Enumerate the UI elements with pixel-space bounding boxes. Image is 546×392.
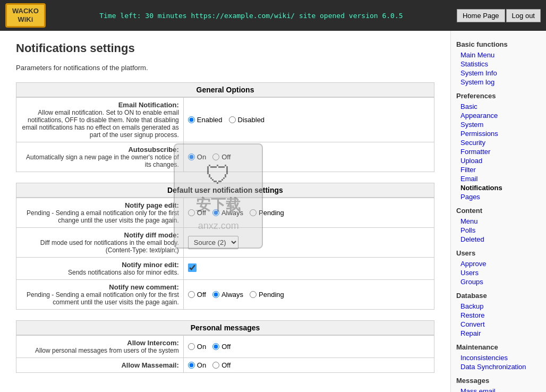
logo-line1: WACKO xyxy=(12,7,39,15)
notify-comment-off-item[interactable]: Off xyxy=(188,291,206,299)
page-description: Parameters for notifications of the plat… xyxy=(16,64,434,72)
notify-diff-mode-value: Source (2)Source (1)InlineUnified xyxy=(183,228,434,258)
massemail-off-item[interactable]: Off xyxy=(212,361,231,369)
sidebar-item-users[interactable]: Users xyxy=(456,268,541,277)
autosubscribe-off-radio[interactable] xyxy=(212,154,219,160)
notify-page-edit-radio-group: Off Always Pending xyxy=(188,209,430,217)
sidebar-basic-functions-label: Basic functions xyxy=(456,40,541,48)
enabled-radio[interactable] xyxy=(188,116,195,123)
home-page-button[interactable]: Home Page xyxy=(457,9,505,22)
notify-diff-mode-label: Notify diff mode: Diff mode used for not… xyxy=(16,228,184,258)
sidebar-item-groups[interactable]: Groups xyxy=(456,277,541,286)
notify-edit-pending-radio[interactable] xyxy=(250,209,257,216)
sidebar-item-system[interactable]: System xyxy=(456,120,541,129)
notify-minor-edit-label: Notify minor edit: Sends notifications a… xyxy=(16,258,184,280)
allow-massemail-value: On Off xyxy=(183,358,434,373)
sidebar-item-system-info[interactable]: System Info xyxy=(456,69,541,78)
sidebar-item-data-sync[interactable]: Data Synchronization xyxy=(456,362,541,371)
sidebar-item-upload[interactable]: Upload xyxy=(456,156,541,165)
sidebar-item-mass-email[interactable]: Mass email xyxy=(456,387,541,392)
notify-comment-always-item[interactable]: Always xyxy=(212,291,243,299)
notify-edit-off-radio[interactable] xyxy=(188,209,195,216)
sidebar-messages-label: Messages xyxy=(456,377,541,385)
intercom-off-radio[interactable] xyxy=(212,343,219,350)
sidebar-item-repair[interactable]: Repair xyxy=(456,329,541,338)
disabled-radio[interactable] xyxy=(229,116,236,123)
intercom-on-radio[interactable] xyxy=(188,343,195,350)
general-options-table: Email Notification: Allow email notifica… xyxy=(16,97,434,172)
personal-messages-table: Allow Intercom: Allow personal messages … xyxy=(16,335,434,373)
sidebar-item-menu[interactable]: Menu xyxy=(456,217,541,226)
notify-new-comment-radio-group: Off Always Pending xyxy=(188,291,430,299)
table-row: Notify diff mode: Diff mode used for not… xyxy=(16,228,434,258)
notify-comment-always-radio[interactable] xyxy=(212,291,219,298)
sidebar-item-basic[interactable]: Basic xyxy=(456,102,541,111)
header-buttons: Home Page Log out xyxy=(457,9,541,22)
notify-diff-mode-select[interactable]: Source (2)Source (1)InlineUnified xyxy=(188,236,238,249)
sidebar-item-formatter[interactable]: Formatter xyxy=(456,147,541,156)
autosubscribe-on-radio[interactable] xyxy=(188,154,195,160)
email-notification-value: Enabled Disabled xyxy=(183,98,434,142)
sidebar-item-permissions[interactable]: Permissions xyxy=(456,129,541,138)
sidebar-item-statistics[interactable]: Statistics xyxy=(456,59,541,69)
logo: WACKO WiKi xyxy=(5,3,46,27)
notify-comment-off-radio[interactable] xyxy=(188,291,195,298)
sidebar-item-email[interactable]: Email xyxy=(456,174,541,183)
allow-massemail-label: Allow Massemail: xyxy=(16,358,184,373)
allow-intercom-label: Allow Intercom: Allow personal messages … xyxy=(16,336,184,358)
notify-edit-off-item[interactable]: Off xyxy=(188,209,206,217)
table-row: Allow Massemail: On Off xyxy=(16,358,434,373)
sidebar-maintenance-label: Maintenance xyxy=(456,343,541,351)
sidebar-item-approve[interactable]: Approve xyxy=(456,259,541,268)
sidebar-item-notifications[interactable]: Notifications xyxy=(456,183,541,192)
sidebar-item-restore[interactable]: Restore xyxy=(456,311,541,320)
sidebar: Basic functions Main Menu Statistics Sys… xyxy=(450,31,546,392)
sidebar-item-deleted[interactable]: Deleted xyxy=(456,235,541,244)
main-content: Notifications settings Parameters for no… xyxy=(0,31,450,392)
table-row: Notify page edit: Pending - Sending a em… xyxy=(16,198,434,228)
notify-minor-edit-checkbox[interactable] xyxy=(188,263,197,272)
massemail-off-radio[interactable] xyxy=(212,362,219,369)
notify-edit-always-radio[interactable] xyxy=(212,209,219,216)
table-row: Allow Intercom: Allow personal messages … xyxy=(16,336,434,358)
sidebar-item-polls[interactable]: Polls xyxy=(456,226,541,235)
default-user-table: Notify page edit: Pending - Sending a em… xyxy=(16,198,434,310)
autosubscribe-off-item[interactable]: Off xyxy=(212,153,231,161)
sidebar-content-label: Content xyxy=(456,207,541,215)
sidebar-item-filter[interactable]: Filter xyxy=(456,165,541,174)
header: WACKO WiKi Time left: 30 minutes https:/… xyxy=(0,0,546,31)
sidebar-database-label: Database xyxy=(456,292,541,300)
logo-line2: WiKi xyxy=(12,15,39,24)
enabled-radio-item[interactable]: Enabled xyxy=(188,116,223,124)
sidebar-item-inconsistencies[interactable]: Inconsistencies xyxy=(456,353,541,362)
allow-massemail-radio-group: On Off xyxy=(188,361,430,369)
logout-button[interactable]: Log out xyxy=(506,9,541,22)
massemail-on-radio[interactable] xyxy=(188,362,195,369)
intercom-on-item[interactable]: On xyxy=(188,343,206,351)
disabled-radio-item[interactable]: Disabled xyxy=(229,116,265,124)
intercom-off-item[interactable]: Off xyxy=(212,343,231,351)
sidebar-item-convert[interactable]: Convert xyxy=(456,320,541,329)
sidebar-item-main-menu[interactable]: Main Menu xyxy=(456,50,541,59)
notify-edit-pending-item[interactable]: Pending xyxy=(250,209,284,217)
notify-comment-pending-radio[interactable] xyxy=(250,291,257,298)
autosubscribe-on-item[interactable]: On xyxy=(188,153,206,161)
notify-edit-always-item[interactable]: Always xyxy=(212,209,243,217)
allow-intercom-radio-group: On Off xyxy=(188,343,430,351)
notify-minor-edit-value xyxy=(183,258,434,280)
table-row: Notify new comment: Pending - Sending a … xyxy=(16,280,434,310)
sidebar-item-security[interactable]: Security xyxy=(456,138,541,147)
sidebar-item-system-log[interactable]: System log xyxy=(456,78,541,87)
header-info: Time left: 30 minutes https://example.co… xyxy=(99,12,403,20)
sidebar-item-pages[interactable]: Pages xyxy=(456,192,541,201)
allow-intercom-value: On Off xyxy=(183,336,434,358)
layout: Notifications settings Parameters for no… xyxy=(0,31,546,392)
page-title: Notifications settings xyxy=(16,41,434,55)
massemail-on-item[interactable]: On xyxy=(188,361,206,369)
sidebar-item-backup[interactable]: Backup xyxy=(456,302,541,311)
notify-comment-pending-item[interactable]: Pending xyxy=(250,291,284,299)
notify-page-edit-value: Off Always Pending xyxy=(183,198,434,228)
table-row: Email Notification: Allow email notifica… xyxy=(16,98,434,142)
sidebar-item-appearance[interactable]: Appearance xyxy=(456,111,541,120)
email-notification-radio-group: Enabled Disabled xyxy=(188,116,430,124)
